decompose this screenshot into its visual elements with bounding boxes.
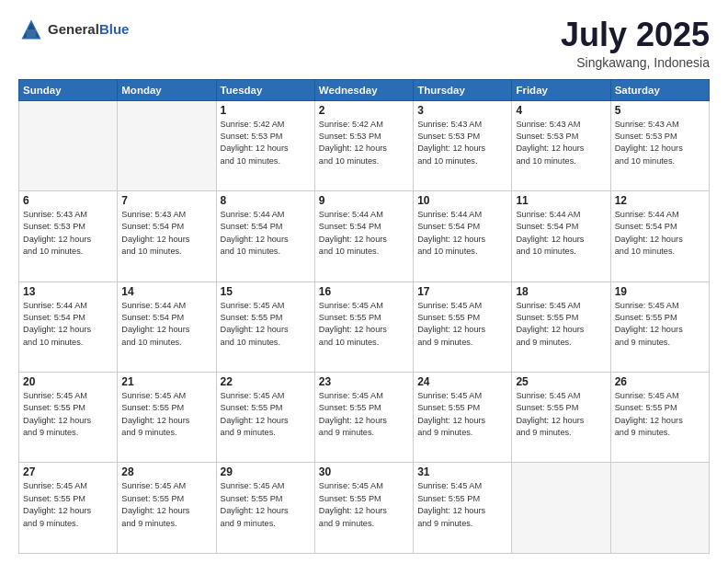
- day-number: 1: [221, 104, 311, 117]
- calendar-cell: 26Sunrise: 5:45 AM Sunset: 5:55 PM Dayli…: [610, 373, 709, 463]
- logo: GeneralBlue: [18, 17, 129, 42]
- calendar-cell: [610, 463, 709, 554]
- day-info: Sunrise: 5:45 AM Sunset: 5:55 PM Dayligh…: [23, 390, 113, 439]
- day-info: Sunrise: 5:45 AM Sunset: 5:55 PM Dayligh…: [417, 300, 507, 349]
- logo-general: General: [48, 22, 99, 38]
- day-number: 6: [23, 194, 113, 207]
- month-title: July 2025: [561, 17, 710, 53]
- day-info: Sunrise: 5:44 AM Sunset: 5:54 PM Dayligh…: [221, 209, 311, 258]
- calendar-cell: 25Sunrise: 5:45 AM Sunset: 5:55 PM Dayli…: [512, 373, 610, 463]
- week-row-3: 13Sunrise: 5:44 AM Sunset: 5:54 PM Dayli…: [19, 282, 710, 372]
- day-header-friday: Friday: [512, 79, 610, 100]
- day-number: 20: [23, 375, 113, 388]
- day-info: Sunrise: 5:45 AM Sunset: 5:55 PM Dayligh…: [417, 390, 507, 439]
- calendar-table: SundayMondayTuesdayWednesdayThursdayFrid…: [18, 79, 710, 554]
- week-row-4: 20Sunrise: 5:45 AM Sunset: 5:55 PM Dayli…: [19, 373, 710, 463]
- week-row-2: 6Sunrise: 5:43 AM Sunset: 5:53 PM Daylig…: [19, 191, 710, 282]
- calendar-cell: 18Sunrise: 5:45 AM Sunset: 5:55 PM Dayli…: [512, 282, 610, 372]
- page: GeneralBlue July 2025 Singkawang, Indone…: [0, 0, 728, 563]
- day-header-saturday: Saturday: [610, 79, 709, 100]
- day-number: 22: [221, 375, 311, 388]
- calendar-cell: 30Sunrise: 5:45 AM Sunset: 5:55 PM Dayli…: [314, 463, 413, 554]
- calendar-cell: 14Sunrise: 5:44 AM Sunset: 5:54 PM Dayli…: [118, 282, 216, 372]
- day-info: Sunrise: 5:44 AM Sunset: 5:54 PM Dayligh…: [417, 209, 507, 258]
- calendar-cell: 17Sunrise: 5:45 AM Sunset: 5:55 PM Dayli…: [414, 282, 512, 372]
- day-info: Sunrise: 5:44 AM Sunset: 5:54 PM Dayligh…: [319, 209, 409, 258]
- day-header-sunday: Sunday: [19, 79, 118, 100]
- week-row-1: 1Sunrise: 5:42 AM Sunset: 5:53 PM Daylig…: [19, 100, 710, 190]
- day-info: Sunrise: 5:45 AM Sunset: 5:55 PM Dayligh…: [319, 480, 409, 529]
- day-number: 15: [221, 285, 311, 298]
- day-number: 16: [319, 285, 409, 298]
- calendar-cell: 8Sunrise: 5:44 AM Sunset: 5:54 PM Daylig…: [216, 191, 314, 282]
- day-number: 12: [615, 194, 705, 207]
- day-info: Sunrise: 5:42 AM Sunset: 5:53 PM Dayligh…: [319, 119, 409, 167]
- title-area: July 2025 Singkawang, Indonesia: [561, 17, 710, 70]
- day-info: Sunrise: 5:45 AM Sunset: 5:55 PM Dayligh…: [615, 390, 705, 439]
- day-info: Sunrise: 5:45 AM Sunset: 5:55 PM Dayligh…: [615, 300, 705, 349]
- day-header-monday: Monday: [118, 79, 216, 100]
- calendar-cell: [19, 100, 118, 190]
- calendar-cell: 19Sunrise: 5:45 AM Sunset: 5:55 PM Dayli…: [610, 282, 709, 372]
- day-number: 7: [121, 194, 211, 207]
- calendar-cell: 22Sunrise: 5:45 AM Sunset: 5:55 PM Dayli…: [216, 373, 314, 463]
- day-number: 30: [319, 465, 409, 478]
- day-info: Sunrise: 5:45 AM Sunset: 5:55 PM Dayligh…: [417, 480, 507, 529]
- day-number: 9: [319, 194, 409, 207]
- calendar-cell: 10Sunrise: 5:44 AM Sunset: 5:54 PM Dayli…: [414, 191, 512, 282]
- day-info: Sunrise: 5:44 AM Sunset: 5:54 PM Dayligh…: [516, 209, 606, 258]
- calendar-cell: 7Sunrise: 5:43 AM Sunset: 5:54 PM Daylig…: [118, 191, 216, 282]
- day-info: Sunrise: 5:42 AM Sunset: 5:53 PM Dayligh…: [221, 119, 311, 167]
- day-number: 19: [615, 285, 705, 298]
- calendar-cell: 16Sunrise: 5:45 AM Sunset: 5:55 PM Dayli…: [314, 282, 413, 372]
- day-number: 21: [121, 375, 211, 388]
- day-header-tuesday: Tuesday: [216, 79, 314, 100]
- calendar-cell: 4Sunrise: 5:43 AM Sunset: 5:53 PM Daylig…: [512, 100, 610, 190]
- day-number: 31: [417, 465, 507, 478]
- day-number: 8: [221, 194, 311, 207]
- day-info: Sunrise: 5:43 AM Sunset: 5:53 PM Dayligh…: [417, 119, 507, 167]
- day-info: Sunrise: 5:44 AM Sunset: 5:54 PM Dayligh…: [121, 300, 211, 349]
- day-info: Sunrise: 5:44 AM Sunset: 5:54 PM Dayligh…: [23, 300, 113, 349]
- calendar-cell: 2Sunrise: 5:42 AM Sunset: 5:53 PM Daylig…: [314, 100, 413, 190]
- calendar-cell: 28Sunrise: 5:45 AM Sunset: 5:55 PM Dayli…: [118, 463, 216, 554]
- calendar-cell: 21Sunrise: 5:45 AM Sunset: 5:55 PM Dayli…: [118, 373, 216, 463]
- calendar-cell: 6Sunrise: 5:43 AM Sunset: 5:53 PM Daylig…: [19, 191, 118, 282]
- day-info: Sunrise: 5:43 AM Sunset: 5:53 PM Dayligh…: [516, 119, 606, 167]
- day-header-thursday: Thursday: [414, 79, 512, 100]
- location-subtitle: Singkawang, Indonesia: [561, 55, 710, 70]
- svg-rect-2: [27, 29, 37, 38]
- day-number: 27: [23, 465, 113, 478]
- day-info: Sunrise: 5:45 AM Sunset: 5:55 PM Dayligh…: [221, 480, 311, 529]
- day-number: 11: [516, 194, 606, 207]
- day-number: 26: [615, 375, 705, 388]
- calendar-cell: 15Sunrise: 5:45 AM Sunset: 5:55 PM Dayli…: [216, 282, 314, 372]
- day-info: Sunrise: 5:45 AM Sunset: 5:55 PM Dayligh…: [516, 300, 606, 349]
- logo-text: GeneralBlue: [48, 22, 129, 38]
- calendar-cell: 24Sunrise: 5:45 AM Sunset: 5:55 PM Dayli…: [414, 373, 512, 463]
- day-number: 17: [417, 285, 507, 298]
- day-number: 3: [417, 104, 507, 117]
- calendar-cell: 29Sunrise: 5:45 AM Sunset: 5:55 PM Dayli…: [216, 463, 314, 554]
- day-info: Sunrise: 5:45 AM Sunset: 5:55 PM Dayligh…: [221, 300, 311, 349]
- calendar-cell: 31Sunrise: 5:45 AM Sunset: 5:55 PM Dayli…: [414, 463, 512, 554]
- calendar-cell: 11Sunrise: 5:44 AM Sunset: 5:54 PM Dayli…: [512, 191, 610, 282]
- day-info: Sunrise: 5:44 AM Sunset: 5:54 PM Dayligh…: [615, 209, 705, 258]
- logo-icon: [18, 17, 44, 42]
- header: GeneralBlue July 2025 Singkawang, Indone…: [18, 17, 710, 70]
- calendar-cell: 12Sunrise: 5:44 AM Sunset: 5:54 PM Dayli…: [610, 191, 709, 282]
- calendar-cell: 27Sunrise: 5:45 AM Sunset: 5:55 PM Dayli…: [19, 463, 118, 554]
- day-info: Sunrise: 5:43 AM Sunset: 5:53 PM Dayligh…: [23, 209, 113, 258]
- day-number: 10: [417, 194, 507, 207]
- day-info: Sunrise: 5:45 AM Sunset: 5:55 PM Dayligh…: [121, 480, 211, 529]
- calendar-cell: [118, 100, 216, 190]
- day-number: 28: [121, 465, 211, 478]
- day-number: 4: [516, 104, 606, 117]
- day-info: Sunrise: 5:45 AM Sunset: 5:55 PM Dayligh…: [319, 390, 409, 439]
- day-info: Sunrise: 5:45 AM Sunset: 5:55 PM Dayligh…: [516, 390, 606, 439]
- day-info: Sunrise: 5:43 AM Sunset: 5:53 PM Dayligh…: [615, 119, 705, 167]
- calendar-cell: 9Sunrise: 5:44 AM Sunset: 5:54 PM Daylig…: [314, 191, 413, 282]
- calendar-cell: 20Sunrise: 5:45 AM Sunset: 5:55 PM Dayli…: [19, 373, 118, 463]
- calendar-cell: 23Sunrise: 5:45 AM Sunset: 5:55 PM Dayli…: [314, 373, 413, 463]
- day-number: 2: [319, 104, 409, 117]
